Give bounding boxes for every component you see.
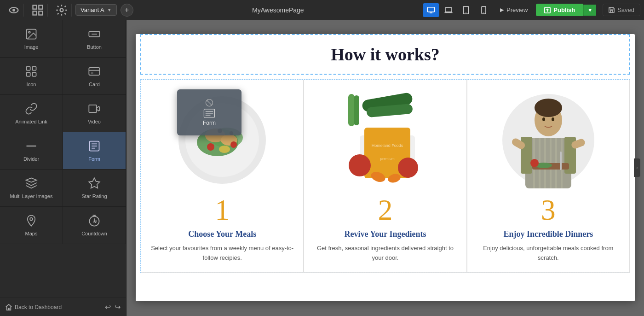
svg-text:premium: premium [380, 157, 395, 161]
publish-group: Publish ▼ [536, 4, 596, 16]
sidebar-item-button-label: Button [87, 44, 102, 50]
svg-rect-4 [33, 11, 36, 15]
sidebar-item-multilayer-label: Multi Layer Images [10, 193, 53, 199]
svg-rect-5 [39, 11, 42, 15]
svg-rect-7 [427, 7, 435, 12]
svg-rect-2 [33, 5, 36, 9]
form-drag-icon [202, 109, 216, 118]
sidebar-item-divider[interactable]: Divider [0, 132, 63, 170]
undo-button[interactable]: ↩ [105, 303, 111, 311]
canvas-area[interactable]: Form How it works? [126, 20, 644, 316]
redo-button[interactable]: ↪ [115, 303, 121, 311]
back-to-dashboard-link[interactable]: Back to Dashboard [6, 304, 62, 310]
laptop-device-btn[interactable] [440, 3, 457, 17]
svg-point-10 [466, 12, 466, 13]
back-label: Back to Dashboard [15, 304, 62, 310]
button-icon [88, 28, 101, 41]
sidebar-item-card[interactable]: Card [63, 58, 126, 95]
sidebar-item-card-label: Card [89, 82, 100, 87]
page-heading: How it works? [146, 44, 625, 64]
card-title-1: Choose Your Meals [188, 229, 256, 239]
mobile-device-btn[interactable] [475, 3, 492, 17]
svg-point-79 [542, 117, 545, 121]
grid-icon [31, 4, 44, 17]
device-switcher [423, 3, 492, 17]
saved-button[interactable]: Saved [603, 4, 640, 16]
sidebar-item-animated-link[interactable]: Animated Link [0, 95, 63, 132]
svg-point-1 [12, 9, 15, 12]
sidebar-item-starrating[interactable]: Star Rating [63, 170, 126, 207]
form-icon [88, 140, 101, 152]
card-number-1: 1 [215, 195, 230, 225]
save-icon [609, 7, 615, 13]
card-desc-1: Select your favourites from a weekly men… [150, 244, 294, 263]
play-icon: ▶ [500, 7, 504, 13]
svg-marker-28 [97, 106, 100, 111]
svg-rect-84 [560, 152, 562, 170]
chevron-down-icon: ▼ [107, 7, 112, 12]
collapse-handle[interactable]: ‹ [634, 158, 640, 177]
sidebar-item-form[interactable]: Form [63, 132, 126, 170]
page-title: MyAwesomePage [137, 6, 419, 14]
card-icon [88, 65, 101, 78]
gear-icon-btn[interactable] [52, 4, 72, 17]
sidebar-item-maps[interactable]: Maps [0, 207, 63, 244]
card-item-3[interactable]: 3 Enjoy Incredible Dinners Enjoy delicio… [467, 80, 630, 273]
sidebar-item-countdown[interactable]: 24 Countdown [63, 207, 126, 244]
link-icon [25, 102, 38, 115]
card-image-3 [477, 89, 620, 191]
tablet-device-btn[interactable] [458, 3, 474, 17]
saved-label: Saved [617, 6, 634, 13]
svg-line-39 [207, 100, 212, 105]
sidebar-item-image[interactable]: Image [0, 20, 63, 58]
card-item-2[interactable]: Homeland Foods premium 2 Revive Your Ing… [304, 80, 466, 273]
divider-icon [25, 140, 38, 152]
image-icon [25, 28, 38, 41]
publish-label: Publish [553, 6, 575, 13]
svg-rect-58 [354, 95, 359, 125]
desktop-device-btn[interactable] [423, 3, 439, 17]
svg-point-17 [29, 31, 30, 33]
drag-overlay-label: Form [203, 120, 216, 126]
svg-point-6 [60, 8, 63, 12]
sidebar-item-multilayer[interactable]: Multi Layer Images [0, 170, 63, 207]
svg-rect-27 [89, 105, 96, 112]
sidebar-item-button[interactable]: Button [63, 20, 126, 58]
svg-point-52 [219, 146, 230, 153]
card-desc-3: Enjoy delicious, unforgettable meals coo… [477, 244, 620, 263]
svg-rect-22 [27, 72, 30, 76]
svg-point-63 [349, 154, 371, 176]
svg-point-50 [207, 143, 214, 151]
sidebar: Image Button Icon [0, 20, 126, 316]
sidebar-footer: Back to Dashboard ↩ ↪ [0, 298, 126, 316]
publish-dropdown-btn[interactable]: ▼ [583, 5, 596, 16]
card-number-2: 2 [378, 195, 392, 225]
main-area: Image Button Icon [0, 20, 644, 316]
svg-point-64 [398, 158, 418, 178]
svg-rect-21 [32, 67, 36, 70]
publish-button[interactable]: Publish [536, 4, 583, 16]
svg-point-51 [230, 141, 237, 148]
svg-rect-23 [32, 72, 36, 76]
preview-button[interactable]: ▶ Preview [495, 6, 532, 13]
heading-section[interactable]: How it works? [140, 34, 630, 75]
svg-rect-14 [610, 10, 613, 12]
card-number-3: 3 [541, 195, 556, 225]
card-title-3: Enjoy Incredible Dinners [503, 229, 593, 239]
svg-point-78 [535, 99, 562, 117]
svg-point-12 [483, 12, 484, 13]
eye-icon-btn[interactable] [4, 4, 24, 17]
map-icon [25, 214, 38, 227]
variant-select[interactable]: Variant A ▼ [75, 4, 117, 16]
svg-rect-3 [39, 5, 42, 9]
countdown-icon: 24 [88, 214, 101, 227]
add-element-button[interactable]: + [121, 4, 133, 17]
publish-icon [544, 7, 551, 13]
grid-icon-btn[interactable] [28, 4, 48, 17]
sidebar-item-video[interactable]: Video [63, 95, 126, 132]
svg-rect-24 [89, 68, 99, 75]
drag-overlay-form[interactable]: Form [177, 89, 242, 135]
undo-redo-group: ↩ ↪ [105, 303, 121, 311]
sidebar-item-icon[interactable]: Icon [0, 58, 63, 95]
topbar: Variant A ▼ + MyAwesomePage ▶ Preview Pu… [0, 0, 644, 20]
